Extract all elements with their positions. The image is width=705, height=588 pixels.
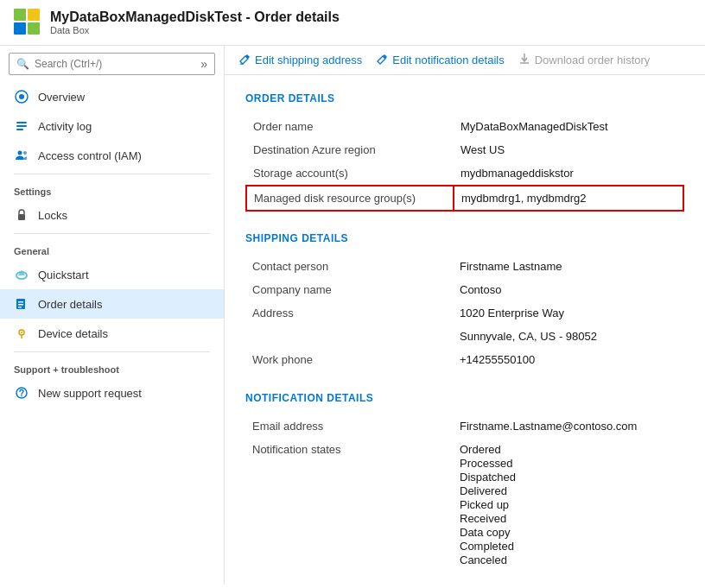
table-row: Email address Firstname.Lastname@contoso… xyxy=(245,414,684,438)
sidebar-item-locks[interactable]: Locks xyxy=(0,200,224,230)
lock-icon xyxy=(14,207,29,223)
table-row: Sunnyvale, CA, US - 98052 xyxy=(245,325,684,348)
sidebar-item-label-activity-log: Activity log xyxy=(38,120,92,133)
field-label: Email address xyxy=(245,414,453,438)
sidebar: 🔍 » Overview Activity log Access control… xyxy=(0,46,225,585)
notification-state-item: Processed xyxy=(460,457,677,470)
overview-icon xyxy=(14,89,29,104)
top-header: MyDataBoxManagedDiskTest - Order details… xyxy=(0,0,705,46)
notification-state-item: Canceled xyxy=(460,553,677,566)
edit-notification-icon xyxy=(376,53,388,67)
notification-state-item: Ordered xyxy=(460,443,677,456)
table-row: Storage account(s) mydbmanageddiskstor xyxy=(246,161,683,186)
field-value: mydbmanageddiskstor xyxy=(454,161,683,186)
edit-shipping-icon xyxy=(238,53,251,67)
notification-details-table: Email address Firstname.Lastname@contoso… xyxy=(245,414,684,572)
notification-state-item: Picked up xyxy=(460,498,677,511)
svg-point-10 xyxy=(23,151,27,155)
sidebar-divider-2 xyxy=(14,233,210,234)
sidebar-item-label-access-control: Access control (IAM) xyxy=(38,149,142,162)
svg-rect-11 xyxy=(18,214,25,220)
edit-notification-button[interactable]: Edit notification details xyxy=(376,53,504,67)
search-input[interactable] xyxy=(35,58,200,70)
support-icon xyxy=(14,385,29,401)
svg-rect-2 xyxy=(14,22,26,35)
edit-notification-label: Edit notification details xyxy=(392,54,504,66)
order-details-table: Order name MyDataBoxManagedDiskTest Dest… xyxy=(245,115,684,212)
section-label-general: General xyxy=(0,237,224,260)
field-label xyxy=(245,325,453,348)
quickstart-icon xyxy=(14,267,29,282)
svg-rect-17 xyxy=(18,307,22,308)
field-label: Notification states xyxy=(245,438,453,572)
order-details-icon xyxy=(14,296,29,312)
table-row: Destination Azure region West US xyxy=(246,138,683,161)
field-label: Managed disk resource group(s) xyxy=(246,186,454,211)
notification-state-item: Delivered xyxy=(460,484,677,497)
svg-point-22 xyxy=(21,395,22,397)
sidebar-item-overview[interactable]: Overview xyxy=(0,82,224,111)
field-value: +14255550100 xyxy=(453,348,684,371)
notification-state-item: Received xyxy=(460,512,677,525)
sidebar-item-access-control[interactable]: Access control (IAM) xyxy=(0,141,224,170)
svg-point-19 xyxy=(21,332,22,333)
search-bar[interactable]: 🔍 » xyxy=(9,53,215,75)
sidebar-item-order-details[interactable]: Order details xyxy=(0,289,224,319)
table-row: Notification states OrderedProcessedDisp… xyxy=(245,438,684,572)
content-body: ORDER DETAILS Order name MyDataBoxManage… xyxy=(225,75,705,585)
svg-rect-15 xyxy=(18,301,23,303)
field-label: Destination Azure region xyxy=(246,138,454,161)
svg-rect-6 xyxy=(16,122,27,123)
header-title-block: MyDataBoxManagedDiskTest - Order details… xyxy=(50,9,340,35)
field-value: Firstname Lastname xyxy=(453,255,684,278)
download-history-label: Download order history xyxy=(535,54,651,66)
sidebar-item-quickstart[interactable]: Quickstart xyxy=(0,260,224,289)
table-row: Contact person Firstname Lastname xyxy=(245,255,684,278)
svg-rect-0 xyxy=(14,9,26,21)
edit-shipping-button[interactable]: Edit shipping address xyxy=(238,53,362,67)
download-icon xyxy=(518,53,530,67)
field-value: mydbmdrg1, mydbmdrg2 xyxy=(454,186,683,211)
sidebar-divider-3 xyxy=(14,351,210,352)
svg-point-9 xyxy=(18,151,22,155)
field-value: Contoso xyxy=(453,278,684,301)
sidebar-item-device-details[interactable]: Device details xyxy=(0,319,224,348)
page-title: MyDataBoxManagedDiskTest - Order details xyxy=(50,9,340,25)
svg-rect-8 xyxy=(16,129,23,130)
svg-point-5 xyxy=(19,94,24,99)
app-icon xyxy=(14,9,41,36)
download-history-button[interactable]: Download order history xyxy=(518,53,651,67)
notification-state-item: Dispatched xyxy=(460,471,677,484)
section-label-support: Support + troubleshoot xyxy=(0,356,224,378)
sidebar-item-activity-log[interactable]: Activity log xyxy=(0,111,224,141)
sidebar-item-new-support[interactable]: New support request xyxy=(0,378,224,408)
field-value: West US xyxy=(454,138,683,161)
main-content: Edit shipping address Edit notification … xyxy=(225,46,705,585)
sidebar-item-label-quickstart: Quickstart xyxy=(38,269,89,281)
field-value: OrderedProcessedDispatchedDeliveredPicke… xyxy=(453,438,684,572)
device-details-icon xyxy=(14,326,29,341)
edit-shipping-label: Edit shipping address xyxy=(255,54,362,66)
field-label: Company name xyxy=(245,278,453,301)
field-label: Address xyxy=(245,301,453,325)
page-subtitle: Data Box xyxy=(50,25,340,35)
notification-details-section-title: NOTIFICATION DETAILS xyxy=(245,392,684,404)
field-value: MyDataBoxManagedDiskTest xyxy=(454,115,683,138)
field-value: 1020 Enterprise Way xyxy=(453,301,684,325)
svg-rect-1 xyxy=(28,9,40,21)
notification-state-item: Completed xyxy=(460,540,677,553)
notification-states-list: OrderedProcessedDispatchedDeliveredPicke… xyxy=(460,443,677,566)
notification-state-item: Data copy xyxy=(460,526,677,539)
table-row: Work phone +14255550100 xyxy=(245,348,684,371)
sidebar-item-label-device-details: Device details xyxy=(38,327,108,340)
collapse-icon[interactable]: » xyxy=(200,57,207,71)
sidebar-item-label-locks: Locks xyxy=(38,209,67,222)
field-value: Firstname.Lastname@contoso.com xyxy=(453,414,684,438)
field-label: Work phone xyxy=(245,348,453,371)
field-label: Order name xyxy=(246,115,454,138)
sidebar-divider-1 xyxy=(14,174,210,174)
sidebar-item-label-overview: Overview xyxy=(38,91,85,104)
sidebar-item-label-new-support: New support request xyxy=(38,387,142,400)
section-label-settings: Settings xyxy=(0,178,224,200)
shipping-details-table: Contact person Firstname Lastname Compan… xyxy=(245,255,684,371)
